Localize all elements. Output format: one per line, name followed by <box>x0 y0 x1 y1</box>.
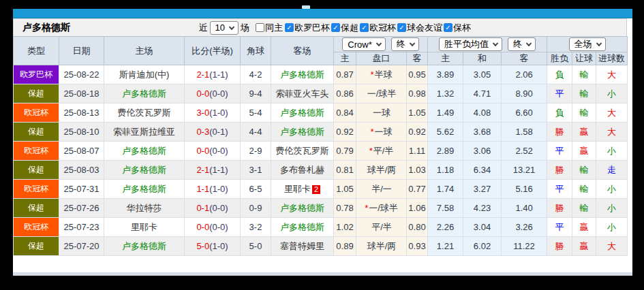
away-team-link[interactable]: 卢多格德斯 <box>280 222 324 232</box>
league-filter-option[interactable]: 球会友谊 <box>397 22 442 34</box>
handicap-result-cell: 輸 <box>572 180 596 199</box>
goals-result-cell: 大 <box>596 123 628 142</box>
league-filter-label: 球会友谊 <box>407 22 442 34</box>
home-team-cell: 索菲亚斯拉维亚 <box>104 123 185 142</box>
handicap-value: 平/半 <box>373 146 394 156</box>
away-team-cell: 卢多格德斯 <box>271 65 334 84</box>
league-filter-checkbox[interactable] <box>331 23 340 32</box>
odds-stage-select-1[interactable]: 终 <box>391 37 419 51</box>
date-cell: 25-08-10 <box>59 123 104 142</box>
home-team-link[interactable]: 斯肯迪加(中) <box>119 69 170 80</box>
odds-home-cell: 1.05 <box>334 180 356 199</box>
col-header-goals: 进球数 <box>596 52 628 65</box>
goals-result-cell: 小 <box>596 180 628 199</box>
league-filter-label: 保杯 <box>453 22 471 34</box>
odds-away-cell: 1.05 <box>407 103 428 123</box>
away-team-link[interactable]: 卢多格德斯 <box>280 127 324 137</box>
recent-matches-panel: 卢多格德斯 近 10 场 同主 欧罗巴杯 <box>13 18 627 290</box>
home-team-link[interactable]: 里耶卡 <box>131 222 157 232</box>
league-badge: 保超 <box>14 84 59 103</box>
home-team-link[interactable]: 卢多格德斯 <box>122 88 166 99</box>
home-team-link[interactable]: 费伦茨瓦罗斯 <box>118 108 171 118</box>
halftime-score: (0-0) <box>209 146 228 156</box>
league-filter-checkbox[interactable] <box>360 23 369 32</box>
result-group-header: 全场 <box>547 37 628 52</box>
date-cell: 25-08-03 <box>59 161 104 180</box>
away-team-link[interactable]: 卢多格德斯 <box>280 203 324 213</box>
away-team-link[interactable]: 卢多格德斯 <box>280 108 324 118</box>
away-team-link[interactable]: 多布鲁札赫 <box>280 165 324 175</box>
match-history-window: 卢多格德斯 近 10 场 同主 欧罗巴杯 <box>13 9 632 276</box>
score-cell: 0-0(0-0) <box>185 142 241 161</box>
odds-company-select[interactable]: Crow* <box>342 37 385 51</box>
corner-cell: 5-0 <box>241 237 271 256</box>
home-team-cell: 费伦茨瓦罗斯 <box>104 103 185 123</box>
wdl-result: 勝 <box>555 165 564 175</box>
table-row: 欧冠杯 25-07-23 里耶卡 0-0(0-0) 3-2 卢多格德斯 1.02 <box>14 218 628 237</box>
avg-away-cell: 2.52 <box>502 142 547 161</box>
league-filter-checkbox[interactable] <box>285 23 294 32</box>
score-cell: 0-3(0-1) <box>185 123 241 142</box>
odds-stage-select-2[interactable]: 终 <box>508 37 536 51</box>
league-filter-option[interactable]: 保杯 <box>444 22 471 34</box>
home-team-cell: 卢多格德斯 <box>104 142 185 161</box>
match-scope-select[interactable]: 全场 <box>569 37 606 51</box>
league-filter-option[interactable]: 保超 <box>331 22 358 34</box>
away-team-link[interactable]: 里耶卡 <box>284 184 311 194</box>
league-badge: 欧冠杯 <box>14 180 59 199</box>
corner-cell: 3-2 <box>241 218 271 237</box>
home-team-link[interactable]: 华拉特莎 <box>127 203 162 213</box>
goals-result: 大 <box>607 69 616 80</box>
home-team-link[interactable]: 卢多格德斯 <box>122 165 166 175</box>
date-cell: 25-08-07 <box>59 142 104 161</box>
avg-draw-cell: 4.08 <box>463 103 502 123</box>
date-cell: 25-07-20 <box>59 237 104 256</box>
wdl-result-cell: 平 <box>547 84 572 103</box>
league-badge-label: 欧冠杯 <box>24 184 48 193</box>
same-host-checkbox[interactable] <box>256 23 264 32</box>
home-team-link[interactable]: 卢多格德斯 <box>122 146 166 156</box>
away-team-link[interactable]: 卢多格德斯 <box>280 69 324 80</box>
goals-result-cell: 小 <box>596 142 628 161</box>
table-row: 保超 25-08-03 卢多格德斯 2-1(1-1) 3-1 多布鲁札赫 0.8… <box>14 161 628 180</box>
home-team-link[interactable]: 卢多格德斯 <box>122 184 166 194</box>
avg-away-cell: 13.21 <box>502 161 547 180</box>
handicap-result-cell: 贏 <box>572 123 596 142</box>
league-filter-option[interactable]: 欧罗巴杯 <box>285 22 330 34</box>
avg-draw-cell: 3.04 <box>463 218 502 237</box>
avg-draw-cell: 3.06 <box>463 142 502 161</box>
wdl-result-cell: 負 <box>547 65 572 84</box>
league-filter-option[interactable]: 欧冠杯 <box>360 22 396 34</box>
league-filter-label: 欧冠杯 <box>369 22 396 34</box>
home-team-link[interactable]: 卢多格德斯 <box>122 241 166 251</box>
league-badge-label: 保超 <box>28 165 44 174</box>
col-header-odds-away: 客 <box>407 52 428 65</box>
odds-away-cell: 1.11 <box>407 142 428 161</box>
avg-away-cell: 8.90 <box>502 84 547 103</box>
avg-metric-select[interactable]: 胜平负均值 <box>439 37 502 51</box>
date-cell: 25-07-26 <box>59 199 104 218</box>
goals-result: 走 <box>607 165 616 175</box>
halftime-score: (0-0) <box>209 88 228 99</box>
chevron-down-icon <box>409 41 414 46</box>
halftime-score: (0-0) <box>209 222 228 232</box>
avg-draw-cell: 3.27 <box>463 180 502 199</box>
same-host-option[interactable]: 同主 <box>256 22 283 34</box>
red-card-badge: 2 <box>312 185 320 194</box>
home-team-cell: 卢多格德斯 <box>104 84 185 103</box>
col-header-score: 比分(半场) <box>185 37 241 65</box>
away-team-link[interactable]: 索菲亚火车头 <box>276 88 329 99</box>
away-team-link[interactable]: 费伦茨瓦罗斯 <box>276 146 329 156</box>
avg-home-cell: 5.62 <box>428 123 463 142</box>
odds-home-cell: 0.86 <box>334 84 356 103</box>
wdl-result-cell: 平 <box>547 142 572 161</box>
col-header-avg-home: 主 <box>428 52 463 65</box>
rounds-select[interactable]: 10 <box>210 21 239 35</box>
league-filter-checkbox[interactable] <box>397 23 406 32</box>
handicap-result-cell: 輸 <box>572 161 596 180</box>
league-filter-checkbox[interactable] <box>444 23 453 32</box>
home-team-link[interactable]: 索菲亚斯拉维亚 <box>113 127 175 137</box>
handicap-result-cell: 贏 <box>572 218 596 237</box>
away-team-link[interactable]: 塞普特姆里 <box>280 241 324 251</box>
handicap-result-cell: 輸 <box>572 199 596 218</box>
